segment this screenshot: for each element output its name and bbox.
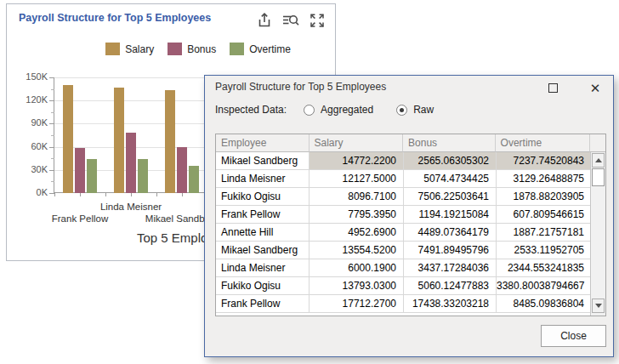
table-row[interactable]: Fukiko Ogisu13793.03005060.124778833380.…: [216, 277, 605, 295]
legend-label: Salary: [125, 43, 154, 55]
table-cell[interactable]: 3129.26488875: [497, 170, 592, 188]
table-cell[interactable]: Annette Hill: [216, 224, 310, 242]
table-cell[interactable]: 2533.11952705: [497, 242, 592, 259]
table-cell[interactable]: 7506.22503641: [404, 188, 497, 206]
y-axis-minor-tick: [51, 135, 54, 136]
table-cell[interactable]: 3437.17284036: [404, 259, 497, 277]
table-cell[interactable]: 5060.12477883: [404, 277, 497, 295]
table-row[interactable]: Frank Pellow17712.270017438.332032188485…: [216, 295, 605, 313]
y-axis-label: 0K: [12, 187, 48, 199]
x-axis-tick: [131, 193, 132, 196]
table-row[interactable]: Frank Pellow7795.39501194.19215084607.80…: [216, 206, 605, 224]
bar-salary[interactable]: [63, 85, 73, 193]
radio-aggregated[interactable]: Aggregated: [304, 104, 373, 116]
table-cell[interactable]: 6000.1900: [310, 259, 404, 277]
table-row[interactable]: Linda Meisner6000.19003437.172840362344.…: [216, 259, 605, 277]
x-axis-tick: [80, 193, 81, 196]
close-button[interactable]: Close: [541, 325, 606, 347]
inspect-data-icon[interactable]: [281, 11, 300, 29]
radio-raw[interactable]: Raw: [396, 104, 434, 116]
scrollbar-down-button[interactable]: [592, 299, 605, 313]
radio-raw-label: Raw: [413, 104, 434, 116]
y-axis-label: 30K: [12, 164, 48, 176]
table-cell[interactable]: 5074.4734425: [404, 170, 497, 188]
y-axis-label: 90K: [12, 117, 48, 129]
table-cell[interactable]: 7795.3950: [310, 206, 404, 224]
table-cell[interactable]: Fukiko Ogisu: [216, 277, 310, 295]
table-cell[interactable]: 12127.5000: [310, 170, 404, 188]
bar-bonus[interactable]: [126, 133, 136, 193]
chart-legend: SalaryBonusOvertime: [66, 43, 330, 55]
table-cell[interactable]: 7237.74520843: [497, 152, 592, 170]
scrollbar-thumb[interactable]: [592, 168, 605, 186]
bar-salary[interactable]: [114, 88, 124, 193]
fullscreen-icon[interactable]: [308, 11, 327, 29]
grid-header-corner: [590, 134, 605, 152]
chart-toolbar: [255, 11, 327, 29]
bar-bonus[interactable]: [177, 147, 187, 193]
grid-scrollbar[interactable]: [590, 152, 605, 316]
grid-header-cell[interactable]: Salary: [310, 134, 404, 152]
y-axis-minor-tick: [51, 181, 54, 182]
table-cell[interactable]: 17438.33203218: [404, 295, 497, 313]
table-cell[interactable]: 14772.2200: [310, 152, 404, 170]
grid-header-cell[interactable]: Bonus: [403, 134, 496, 152]
legend-swatch-overtime: [230, 43, 244, 55]
x-axis-label: Linda Meisner: [80, 202, 182, 212]
radio-aggregated-circle: [304, 105, 315, 116]
bar-overtime[interactable]: [87, 159, 97, 193]
radio-aggregated-label: Aggregated: [321, 104, 373, 116]
bar-bonus[interactable]: [75, 148, 85, 193]
legend-label: Overtime: [249, 43, 291, 55]
table-row[interactable]: Annette Hill4952.69004489.073641791887.2…: [216, 224, 605, 242]
bar-salary[interactable]: [165, 90, 175, 193]
table-cell[interactable]: 4952.6900: [310, 224, 404, 242]
table-cell[interactable]: 8096.7100: [310, 188, 404, 206]
legend-item-overtime[interactable]: Overtime: [230, 43, 291, 55]
legend-item-bonus[interactable]: Bonus: [168, 43, 216, 55]
scroll-down-icon: [595, 304, 602, 308]
table-cell[interactable]: 1194.19215084: [404, 206, 497, 224]
table-row[interactable]: Fukiko Ogisu8096.71007506.225036411878.8…: [216, 188, 605, 206]
table-cell[interactable]: Frank Pellow: [216, 206, 310, 224]
close-window-button[interactable]: ✕: [588, 80, 603, 95]
grid-header-cell[interactable]: Overtime: [496, 134, 591, 152]
legend-swatch-bonus: [168, 43, 182, 55]
y-axis-label: 60K: [12, 141, 48, 153]
x-axis-label: Frank Pellow: [29, 213, 131, 224]
x-axis-tick: [54, 193, 55, 196]
scrollbar-up-button[interactable]: [592, 153, 605, 168]
export-icon[interactable]: [255, 11, 274, 29]
table-row[interactable]: Mikael Sandberg14772.22002565.0630530272…: [216, 152, 605, 170]
legend-label: Bonus: [187, 43, 216, 55]
table-cell[interactable]: Mikael Sandberg: [216, 152, 310, 170]
table-row[interactable]: Mikael Sandberg13554.52007491.8949579625…: [216, 242, 605, 259]
table-cell[interactable]: 13793.0300: [310, 277, 404, 295]
y-axis-minor-tick: [51, 158, 54, 159]
table-cell[interactable]: Mikael Sandberg: [216, 242, 310, 259]
table-cell[interactable]: Linda Meisner: [216, 259, 310, 277]
table-cell[interactable]: 3380.80038794667: [497, 277, 592, 295]
table-cell[interactable]: 2344.553241835: [497, 259, 592, 277]
table-cell[interactable]: 1878.88203905: [497, 188, 592, 206]
table-cell[interactable]: 4489.07364179: [404, 224, 497, 242]
table-cell[interactable]: 13554.5200: [310, 242, 404, 259]
maximize-button[interactable]: [545, 80, 560, 95]
table-cell[interactable]: Linda Meisner: [216, 170, 310, 188]
dialog-titlebar[interactable]: Payroll Structure for Top 5 Employees ✕: [205, 76, 613, 98]
table-cell[interactable]: 7491.89495796: [404, 242, 497, 259]
table-row[interactable]: Linda Meisner12127.50005074.47344253129.…: [216, 170, 605, 188]
table-cell[interactable]: 8485.09836804: [497, 295, 592, 313]
table-cell[interactable]: Frank Pellow: [216, 295, 310, 313]
bar-overtime[interactable]: [189, 166, 199, 193]
table-cell[interactable]: 17712.2700: [310, 295, 404, 313]
legend-item-salary[interactable]: Salary: [105, 43, 154, 55]
table-cell[interactable]: 607.809546615: [497, 206, 592, 224]
grid-header-cell[interactable]: Employee: [216, 134, 310, 152]
table-cell[interactable]: Fukiko Ogisu: [216, 188, 310, 206]
table-cell[interactable]: 2565.06305302: [404, 152, 497, 170]
table-cell[interactable]: 1887.21757181: [497, 224, 592, 242]
scroll-up-icon: [595, 158, 602, 162]
close-icon: ✕: [590, 82, 601, 94]
bar-overtime[interactable]: [138, 159, 148, 193]
